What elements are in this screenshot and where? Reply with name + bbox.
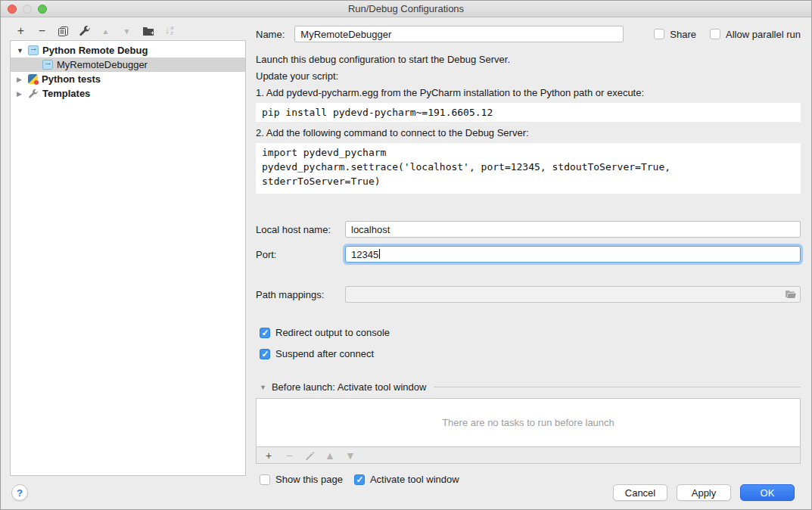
- name-label: Name:: [256, 29, 285, 40]
- local-host-name-label: Local host name:: [256, 224, 345, 235]
- collapse-section-icon[interactable]: ▼: [260, 384, 266, 391]
- tree-item-myremotedebugger[interactable]: → MyRemoteDebugger: [11, 58, 245, 72]
- configurations-sidebar: + − ▲ ▼ ↓ az ▼ → Python Remote Debug: [10, 22, 246, 476]
- settrace-code-block: import pydevd_pycharm pydevd_pycharm.set…: [256, 143, 801, 194]
- templates-wrench-icon: [28, 89, 39, 99]
- local-host-name-input[interactable]: [345, 221, 801, 238]
- share-checkbox[interactable]: [654, 29, 664, 39]
- pip-install-code: pip install pydevd-pycharm~=191.6605.12: [256, 103, 801, 122]
- redirect-output-checkbox[interactable]: [260, 328, 270, 338]
- settrace-code-line1: import pydevd_pycharm: [262, 145, 795, 160]
- traffic-lights: [8, 5, 47, 14]
- new-folder-icon[interactable]: [142, 25, 154, 38]
- close-window-button[interactable]: [8, 5, 17, 14]
- task-list-toolbar: + − ▲ ▼: [256, 447, 801, 464]
- share-label: Share: [670, 29, 696, 40]
- remote-debug-config-icon: →: [28, 45, 39, 55]
- titlebar: Run/Debug Configurations: [1, 1, 811, 17]
- move-task-down-icon: ▼: [345, 450, 356, 461]
- remote-debug-config-icon: →: [42, 60, 53, 70]
- port-label: Port:: [256, 249, 345, 260]
- remove-configuration-icon[interactable]: −: [36, 25, 48, 38]
- redirect-output-label: Redirect output to console: [275, 327, 390, 338]
- move-up-icon: ▲: [99, 25, 112, 38]
- minimize-window-button: [23, 5, 32, 14]
- add-task-icon[interactable]: +: [263, 450, 274, 461]
- before-launch-title: Before launch: Activate tool window: [272, 381, 427, 393]
- chevron-right-icon[interactable]: ▶: [17, 76, 28, 83]
- sort-configurations-icon: ↓ az: [163, 25, 176, 38]
- path-mappings-label: Path mappings:: [256, 289, 345, 300]
- sidebar-toolbar: + − ▲ ▼ ↓ az: [10, 22, 246, 40]
- instructions-step2: 2. Add the following command to connect …: [256, 128, 801, 138]
- tree-item-python-tests[interactable]: ▶ Python tests: [11, 72, 245, 86]
- dialog-footer: ? Cancel Apply OK: [1, 476, 811, 509]
- chevron-right-icon[interactable]: ▶: [17, 90, 28, 98]
- before-launch-section-header[interactable]: ▼ Before launch: Activate tool window: [260, 381, 801, 393]
- python-tests-icon: [28, 74, 38, 84]
- add-configuration-icon[interactable]: +: [14, 25, 27, 38]
- move-down-icon: ▼: [120, 25, 133, 38]
- browse-folder-icon[interactable]: [785, 290, 797, 300]
- tree-item-templates[interactable]: ▶ Templates: [11, 86, 245, 101]
- suspend-after-connect-checkbox[interactable]: [260, 349, 270, 359]
- section-divider: [434, 387, 801, 387]
- configurations-tree: ▼ → Python Remote Debug → MyRemoteDebugg…: [10, 40, 246, 476]
- edit-task-pencil-icon: [304, 450, 315, 461]
- empty-tasks-message: There are no tasks to run before launch: [442, 417, 614, 428]
- ok-button[interactable]: OK: [740, 484, 795, 501]
- port-input[interactable]: [345, 246, 801, 263]
- before-launch-task-list[interactable]: There are no tasks to run before launch: [256, 398, 801, 447]
- settrace-code-line2: pydevd_pycharm.settrace('localhost', por…: [262, 160, 795, 188]
- instructions-line2: Update your script:: [256, 71, 801, 82]
- chevron-down-icon[interactable]: ▼: [17, 47, 28, 54]
- configuration-editor: Name: Share Allow parallel run Launch th…: [256, 17, 801, 485]
- path-mappings-field[interactable]: [345, 286, 801, 303]
- allow-parallel-run-checkbox-row[interactable]: Allow parallel run: [710, 29, 801, 40]
- suspend-after-connect-checkbox-row[interactable]: Suspend after connect: [260, 348, 801, 359]
- help-button[interactable]: ?: [11, 484, 28, 501]
- apply-button[interactable]: Apply: [677, 484, 731, 501]
- suspend-after-connect-label: Suspend after connect: [275, 348, 374, 359]
- redirect-output-checkbox-row[interactable]: Redirect output to console: [260, 327, 801, 338]
- copy-configuration-icon[interactable]: [57, 25, 70, 38]
- allow-parallel-run-checkbox[interactable]: [710, 29, 720, 39]
- instructions-line1: Launch this debug configuration to start…: [256, 54, 801, 65]
- tree-item-python-remote-debug[interactable]: ▼ → Python Remote Debug: [11, 43, 245, 58]
- window-title: Run/Debug Configurations: [1, 1, 811, 17]
- run-debug-configurations-dialog: Run/Debug Configurations + − ▲ ▼ ↓ az: [0, 0, 812, 510]
- edit-defaults-wrench-icon[interactable]: [78, 25, 91, 38]
- zoom-window-button[interactable]: [38, 5, 47, 14]
- remove-task-icon: −: [284, 450, 294, 461]
- move-task-up-icon: ▲: [325, 450, 335, 461]
- allow-parallel-run-label: Allow parallel run: [726, 29, 801, 40]
- share-checkbox-row[interactable]: Share: [654, 29, 696, 40]
- instructions-step1: 1. Add pydevd-pycharm.egg from the PyCha…: [256, 88, 801, 98]
- cancel-button[interactable]: Cancel: [613, 484, 667, 501]
- name-input[interactable]: [294, 26, 624, 42]
